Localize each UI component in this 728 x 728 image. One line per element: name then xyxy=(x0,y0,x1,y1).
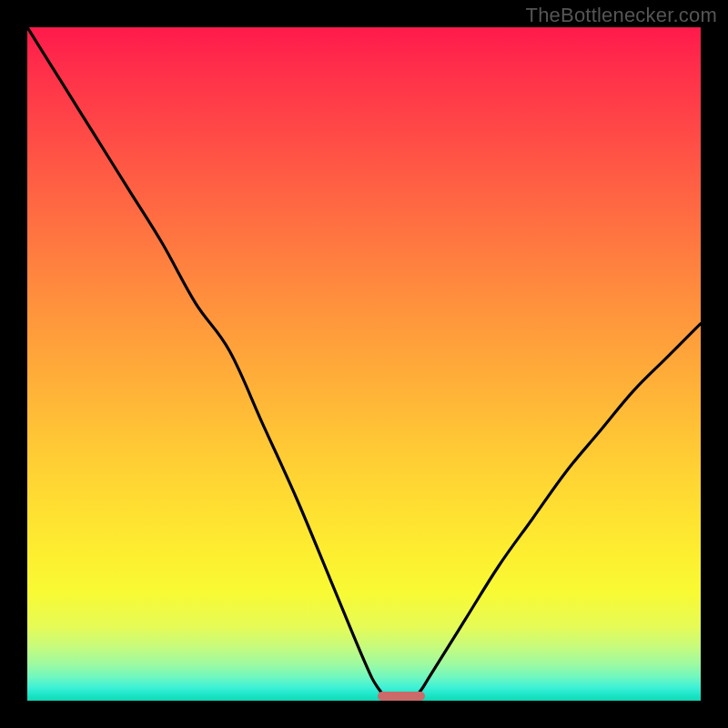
plot-area xyxy=(27,27,701,701)
watermark-text: TheBottlenecker.com xyxy=(526,4,717,27)
chart-frame: TheBottlenecker.com xyxy=(0,0,728,728)
optimal-range-marker xyxy=(378,692,425,701)
bottleneck-curve xyxy=(27,27,701,701)
